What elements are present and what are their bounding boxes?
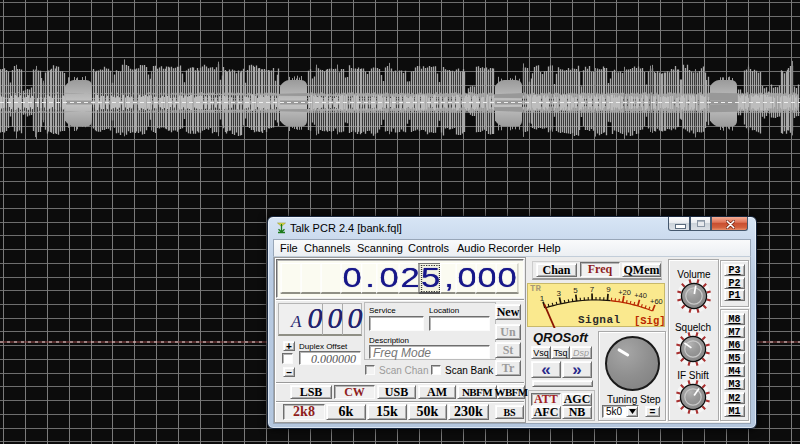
svg-text:5: 5 xyxy=(573,286,578,295)
svg-text:+40: +40 xyxy=(634,291,647,300)
svg-text:1: 1 xyxy=(540,294,545,303)
svg-text:7: 7 xyxy=(590,285,595,294)
svg-text:+20: +20 xyxy=(618,288,631,297)
svg-text:3: 3 xyxy=(556,289,561,298)
svg-text:+60: +60 xyxy=(650,297,663,306)
svg-text:9: 9 xyxy=(606,285,611,294)
